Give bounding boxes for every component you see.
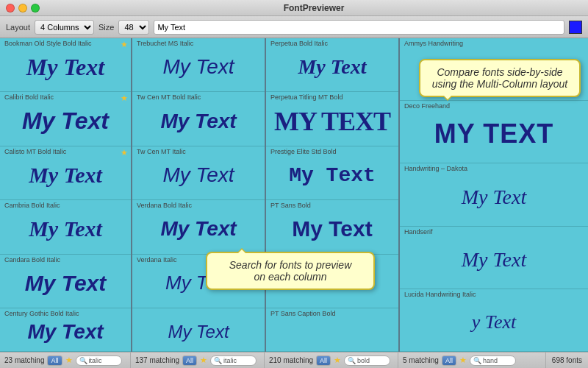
font-name-label: Calibri Bold Italic	[3, 93, 55, 101]
column-3: Perpetua Bold Italic My Text Perpetua Ti…	[266, 38, 400, 352]
minimize-button[interactable]	[18, 4, 27, 13]
layout-label: Layout	[6, 23, 30, 32]
font-preview-text: My Text	[29, 216, 102, 241]
search-icon: 🔍	[348, 357, 356, 364]
list-item[interactable]: Cambria Bold Italic My Text	[0, 200, 131, 254]
column-1: Bookman Old Style Bold Italic ★ My Text …	[0, 38, 132, 352]
list-item[interactable]: Handwriting – Dakota My Text	[400, 163, 588, 226]
font-preview-text: My Text	[22, 107, 109, 135]
list-item[interactable]: Candara Bold Italic My Text	[0, 255, 131, 308]
list-item[interactable]: Calisto MT Bold Italic ★ My Text	[0, 146, 131, 200]
columns-select[interactable]: 4 Columns	[35, 20, 94, 35]
font-name-label: Verdana Italic	[135, 256, 179, 263]
status-col2: 137 matching All ★ 🔍	[131, 353, 265, 368]
font-name-label: Calisto MT Bold Italic	[3, 148, 68, 155]
status-col4: 5 matching All ★ 🔍	[398, 353, 546, 368]
col1-star-filter[interactable]: ★	[65, 355, 73, 365]
font-name-label: PT Sans Caption Bold	[269, 310, 337, 317]
list-item[interactable]: Trebuchet MS Italic My Text	[132, 38, 265, 92]
close-button[interactable]	[6, 4, 15, 13]
font-name-label: PT Sans Bold	[269, 202, 312, 209]
font-preview-text: My Text	[462, 248, 526, 272]
font-preview-text: My Text	[26, 54, 104, 81]
window-title: FontPreviewer	[46, 3, 582, 13]
font-name-label: Handwriting – Dakota	[403, 165, 469, 172]
window-controls[interactable]	[6, 4, 40, 13]
tooltip-search: Search for fonts to previewon each colum…	[206, 252, 375, 290]
font-preview-text: My Text	[462, 185, 526, 209]
col4-all-btn[interactable]: All	[442, 355, 456, 366]
status-col1: 23 matching All ★ 🔍	[0, 353, 131, 368]
column-2: Trebuchet MS Italic My Text Tw Cen MT Bo…	[132, 38, 266, 352]
list-item[interactable]: Perpetua Titling MT Bold MY TEXT	[266, 92, 398, 146]
list-item[interactable]: PT Sans Bold My Text	[266, 200, 398, 254]
list-item[interactable]: Prestige Elite Std Bold My Text	[266, 146, 398, 200]
col4-star-filter[interactable]: ★	[459, 355, 467, 365]
font-name-label: Prestige Elite Std Bold	[269, 148, 338, 155]
font-preview-text: My Text	[29, 163, 102, 188]
list-item[interactable]: Century Gothic Bold Italic My Text	[0, 308, 131, 352]
font-name-label: Trebuchet MS Italic	[135, 40, 195, 47]
favorite-star[interactable]: ★	[121, 148, 128, 158]
list-item[interactable]: Tw Cen MT Bold Italic My Text	[132, 92, 265, 146]
font-preview-text: MY TEXT	[274, 106, 390, 137]
titlebar: FontPreviewer	[0, 0, 588, 16]
col2-match-count: 137 matching	[135, 356, 179, 364]
font-name-label: Tw Cen MT Bold Italic	[135, 93, 202, 101]
list-item[interactable]: Perpetua Bold Italic My Text	[266, 38, 398, 92]
search-icon: 🔍	[79, 357, 87, 364]
font-preview-text: My Text	[27, 320, 103, 344]
col3-match-count: 210 matching	[269, 356, 313, 364]
list-item[interactable]: Deco Freehand MY TEXT	[400, 101, 588, 163]
col3-search-input[interactable]	[357, 357, 387, 364]
col2-search-box[interactable]: 🔍	[210, 355, 257, 366]
font-preview-text: y Text	[472, 311, 516, 333]
font-name-label: Lucida Handwriting Italic	[403, 291, 478, 298]
favorite-star[interactable]: ★	[121, 40, 128, 49]
col3-search-box[interactable]: 🔍	[344, 355, 390, 366]
font-name-label: Candara Bold Italic	[3, 256, 62, 263]
font-name-label: Bookman Old Style Bold Italic	[3, 40, 93, 47]
font-name-label: Perpetua Titling MT Bold	[269, 93, 344, 101]
font-preview-text: My Text	[25, 271, 107, 296]
font-preview-text: MY TEXT	[434, 118, 553, 149]
tooltip-search-text: Search for fonts to previewon each colum…	[229, 259, 352, 283]
statusbar: 23 matching All ★ 🔍 137 matching All ★ 🔍…	[0, 352, 588, 368]
font-name-label: Handserif	[403, 228, 434, 236]
col3-star-filter[interactable]: ★	[334, 355, 341, 365]
list-item[interactable]: Handserif My Text	[400, 227, 588, 289]
preview-text-input[interactable]	[154, 20, 564, 35]
favorite-star[interactable]: ★	[121, 93, 128, 103]
col2-star-filter[interactable]: ★	[200, 355, 207, 365]
font-name-label: Perpetua Bold Italic	[269, 40, 329, 47]
col1-search-box[interactable]: 🔍	[76, 355, 122, 366]
col4-search-box[interactable]: 🔍	[470, 355, 516, 366]
status-col3: 210 matching All ★ 🔍	[265, 353, 398, 368]
list-item[interactable]: Lucida Handwriting Italic y Text	[400, 289, 588, 352]
col1-match-count: 23 matching	[4, 356, 44, 364]
color-picker[interactable]	[569, 21, 582, 34]
font-preview-text: My Text	[298, 55, 366, 79]
font-preview-text: My Text	[292, 216, 372, 241]
list-item[interactable]: PT Sans Caption Bold	[266, 308, 398, 352]
size-label: Size	[98, 23, 114, 32]
list-item[interactable]: Bookman Old Style Bold Italic ★ My Text	[0, 38, 131, 92]
list-item[interactable]: Tw Cen MT Italic My Text	[132, 146, 265, 200]
maximize-button[interactable]	[31, 4, 40, 13]
col4-match-count: 5 matching	[403, 356, 439, 364]
list-item[interactable]: My Text	[132, 308, 265, 352]
col4-search-input[interactable]	[483, 357, 512, 364]
col3-all-btn[interactable]: All	[316, 355, 331, 366]
col1-all-btn[interactable]: All	[47, 355, 62, 366]
font-preview-text: My Text	[163, 55, 234, 79]
list-item[interactable]: Calibri Bold Italic ★ My Text	[0, 92, 131, 146]
toolbar: Layout 4 Columns Size 48	[0, 16, 588, 38]
font-preview-text: My Text	[168, 322, 229, 342]
col1-search-input[interactable]	[89, 357, 118, 364]
size-select[interactable]: 48	[118, 20, 149, 35]
font-name-label: Verdana Bold Italic	[135, 202, 193, 209]
tooltip-multicolumn-text: Compare fonts side-by-sideusing the Mult…	[432, 66, 567, 90]
font-name-label: Ammys Handwriting	[403, 40, 465, 47]
col2-search-input[interactable]	[223, 357, 253, 364]
col2-all-btn[interactable]: All	[182, 355, 197, 366]
